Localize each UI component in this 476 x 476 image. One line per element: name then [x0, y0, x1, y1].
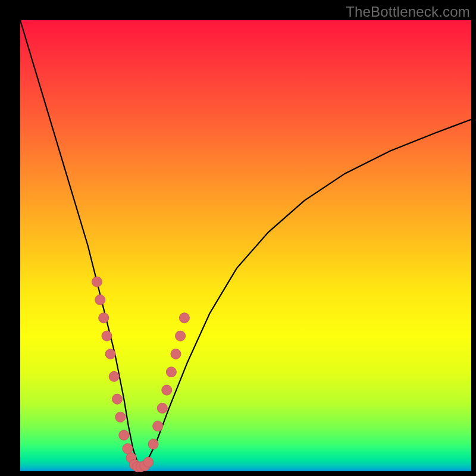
curve-svg: [20, 20, 471, 471]
data-point: [102, 331, 112, 341]
data-point: [123, 444, 133, 454]
data-point: [105, 349, 115, 359]
data-point: [92, 277, 102, 287]
plot-area: [20, 20, 471, 471]
data-point: [179, 313, 189, 323]
data-point: [119, 430, 129, 440]
data-point: [109, 371, 119, 381]
dots-group: [92, 277, 189, 472]
data-point: [157, 403, 167, 413]
bottleneck-curve: [20, 20, 471, 466]
chart-frame: TheBottleneck.com: [0, 0, 476, 476]
data-point: [95, 295, 105, 305]
data-point: [171, 349, 181, 359]
watermark-text: TheBottleneck.com: [346, 4, 470, 20]
data-point: [143, 457, 154, 467]
data-point: [148, 439, 158, 449]
data-point: [112, 394, 123, 404]
data-point: [166, 367, 176, 377]
data-point: [162, 385, 172, 395]
data-point: [115, 412, 126, 422]
data-point: [99, 313, 109, 323]
data-point: [176, 331, 186, 341]
data-point: [153, 421, 163, 431]
